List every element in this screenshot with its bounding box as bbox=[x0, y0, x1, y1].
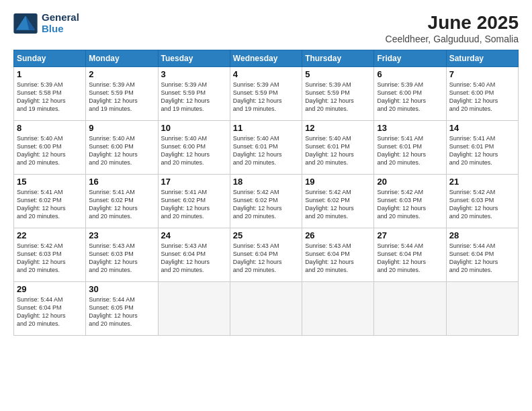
day-info: Sunrise: 5:39 AM Sunset: 5:59 PM Dayligh… bbox=[89, 81, 154, 113]
day-number: 29 bbox=[17, 284, 83, 294]
day-info: Sunrise: 5:39 AM Sunset: 5:58 PM Dayligh… bbox=[17, 81, 83, 113]
day-number: 12 bbox=[305, 123, 371, 133]
calendar-cell: 2Sunrise: 5:39 AM Sunset: 5:59 PM Daylig… bbox=[86, 67, 158, 121]
month-title: June 2025 bbox=[386, 12, 519, 34]
day-info: Sunrise: 5:41 AM Sunset: 6:02 PM Dayligh… bbox=[161, 188, 227, 221]
calendar-cell: 9Sunrise: 5:40 AM Sunset: 6:00 PM Daylig… bbox=[86, 121, 158, 175]
logo-line1: General bbox=[42, 12, 79, 24]
day-info: Sunrise: 5:39 AM Sunset: 5:59 PM Dayligh… bbox=[233, 81, 299, 113]
calendar-cell: 23Sunrise: 5:43 AM Sunset: 6:03 PM Dayli… bbox=[86, 228, 158, 282]
day-number: 16 bbox=[89, 177, 154, 187]
day-info: Sunrise: 5:42 AM Sunset: 6:03 PM Dayligh… bbox=[17, 242, 83, 275]
day-info: Sunrise: 5:41 AM Sunset: 6:01 PM Dayligh… bbox=[449, 134, 515, 167]
day-info: Sunrise: 5:44 AM Sunset: 6:04 PM Dayligh… bbox=[17, 295, 83, 328]
day-number: 25 bbox=[233, 230, 299, 240]
day-number: 8 bbox=[17, 123, 83, 133]
day-info: Sunrise: 5:41 AM Sunset: 6:01 PM Dayligh… bbox=[377, 134, 443, 167]
calendar-cell: 25Sunrise: 5:43 AM Sunset: 6:04 PM Dayli… bbox=[230, 228, 302, 282]
day-number: 17 bbox=[161, 177, 227, 187]
calendar-cell bbox=[230, 282, 302, 336]
day-info: Sunrise: 5:44 AM Sunset: 6:05 PM Dayligh… bbox=[89, 295, 154, 328]
col-thursday: Thursday bbox=[302, 50, 374, 67]
calendar-cell: 30Sunrise: 5:44 AM Sunset: 6:05 PM Dayli… bbox=[86, 282, 158, 336]
day-info: Sunrise: 5:40 AM Sunset: 6:00 PM Dayligh… bbox=[449, 81, 515, 113]
day-info: Sunrise: 5:42 AM Sunset: 6:03 PM Dayligh… bbox=[449, 188, 515, 221]
day-number: 13 bbox=[377, 123, 443, 133]
calendar-cell: 10Sunrise: 5:40 AM Sunset: 6:00 PM Dayli… bbox=[158, 121, 230, 175]
day-info: Sunrise: 5:43 AM Sunset: 6:04 PM Dayligh… bbox=[233, 242, 299, 275]
day-number: 7 bbox=[449, 69, 515, 79]
day-info: Sunrise: 5:40 AM Sunset: 6:00 PM Dayligh… bbox=[17, 134, 83, 167]
calendar-cell: 12Sunrise: 5:40 AM Sunset: 6:01 PM Dayli… bbox=[302, 121, 374, 175]
day-number: 6 bbox=[377, 69, 443, 79]
day-number: 30 bbox=[89, 284, 154, 294]
day-number: 23 bbox=[89, 230, 154, 240]
col-tuesday: Tuesday bbox=[158, 50, 230, 67]
day-number: 21 bbox=[449, 177, 515, 187]
day-info: Sunrise: 5:40 AM Sunset: 6:01 PM Dayligh… bbox=[233, 134, 299, 167]
day-number: 28 bbox=[449, 230, 515, 240]
day-info: Sunrise: 5:42 AM Sunset: 6:03 PM Dayligh… bbox=[377, 188, 443, 221]
col-wednesday: Wednesday bbox=[230, 50, 302, 67]
day-number: 14 bbox=[449, 123, 515, 133]
day-number: 27 bbox=[377, 230, 443, 240]
calendar-week-3: 15Sunrise: 5:41 AM Sunset: 6:02 PM Dayli… bbox=[14, 175, 519, 228]
day-info: Sunrise: 5:40 AM Sunset: 6:00 PM Dayligh… bbox=[89, 134, 154, 167]
calendar-cell: 11Sunrise: 5:40 AM Sunset: 6:01 PM Dayli… bbox=[230, 121, 302, 175]
day-info: Sunrise: 5:39 AM Sunset: 6:00 PM Dayligh… bbox=[377, 81, 443, 113]
calendar-cell: 28Sunrise: 5:44 AM Sunset: 6:04 PM Dayli… bbox=[446, 228, 518, 282]
day-info: Sunrise: 5:43 AM Sunset: 6:03 PM Dayligh… bbox=[89, 242, 154, 275]
day-info: Sunrise: 5:44 AM Sunset: 6:04 PM Dayligh… bbox=[377, 242, 443, 275]
day-number: 2 bbox=[89, 69, 154, 79]
day-info: Sunrise: 5:41 AM Sunset: 6:02 PM Dayligh… bbox=[17, 188, 83, 221]
calendar-cell: 15Sunrise: 5:41 AM Sunset: 6:02 PM Dayli… bbox=[14, 175, 86, 228]
calendar-header-row: Sunday Monday Tuesday Wednesday Thursday… bbox=[14, 50, 519, 67]
calendar: Sunday Monday Tuesday Wednesday Thursday… bbox=[13, 50, 519, 336]
calendar-cell: 4Sunrise: 5:39 AM Sunset: 5:59 PM Daylig… bbox=[230, 67, 302, 121]
calendar-cell: 14Sunrise: 5:41 AM Sunset: 6:01 PM Dayli… bbox=[446, 121, 518, 175]
day-info: Sunrise: 5:44 AM Sunset: 6:04 PM Dayligh… bbox=[449, 242, 515, 275]
calendar-cell: 13Sunrise: 5:41 AM Sunset: 6:01 PM Dayli… bbox=[374, 121, 446, 175]
calendar-cell bbox=[446, 282, 518, 336]
calendar-cell: 24Sunrise: 5:43 AM Sunset: 6:04 PM Dayli… bbox=[158, 228, 230, 282]
calendar-cell: 26Sunrise: 5:43 AM Sunset: 6:04 PM Dayli… bbox=[302, 228, 374, 282]
calendar-cell: 1Sunrise: 5:39 AM Sunset: 5:58 PM Daylig… bbox=[14, 67, 86, 121]
calendar-cell: 8Sunrise: 5:40 AM Sunset: 6:00 PM Daylig… bbox=[14, 121, 86, 175]
day-info: Sunrise: 5:42 AM Sunset: 6:02 PM Dayligh… bbox=[305, 188, 371, 221]
logo-icon bbox=[13, 13, 38, 34]
day-number: 1 bbox=[17, 69, 83, 79]
day-number: 22 bbox=[17, 230, 83, 240]
col-friday: Friday bbox=[374, 50, 446, 67]
day-number: 15 bbox=[17, 177, 83, 187]
logo-text: General Blue bbox=[42, 12, 79, 34]
day-number: 4 bbox=[233, 69, 299, 79]
calendar-cell bbox=[158, 282, 230, 336]
day-info: Sunrise: 5:42 AM Sunset: 6:02 PM Dayligh… bbox=[233, 188, 299, 221]
day-number: 24 bbox=[161, 230, 227, 240]
col-monday: Monday bbox=[86, 50, 158, 67]
calendar-cell: 22Sunrise: 5:42 AM Sunset: 6:03 PM Dayli… bbox=[14, 228, 86, 282]
calendar-cell: 29Sunrise: 5:44 AM Sunset: 6:04 PM Dayli… bbox=[14, 282, 86, 336]
day-number: 3 bbox=[161, 69, 227, 79]
day-number: 10 bbox=[161, 123, 227, 133]
logo: General Blue bbox=[13, 12, 79, 34]
calendar-cell bbox=[374, 282, 446, 336]
calendar-week-5: 29Sunrise: 5:44 AM Sunset: 6:04 PM Dayli… bbox=[14, 282, 519, 336]
day-info: Sunrise: 5:40 AM Sunset: 6:01 PM Dayligh… bbox=[305, 134, 371, 167]
calendar-cell: 3Sunrise: 5:39 AM Sunset: 5:59 PM Daylig… bbox=[158, 67, 230, 121]
day-info: Sunrise: 5:39 AM Sunset: 5:59 PM Dayligh… bbox=[305, 81, 371, 113]
day-number: 19 bbox=[305, 177, 371, 187]
day-number: 20 bbox=[377, 177, 443, 187]
header: General Blue June 2025 Ceeldheer, Galgud… bbox=[13, 12, 519, 44]
day-number: 9 bbox=[89, 123, 154, 133]
calendar-cell: 19Sunrise: 5:42 AM Sunset: 6:02 PM Dayli… bbox=[302, 175, 374, 228]
calendar-cell: 27Sunrise: 5:44 AM Sunset: 6:04 PM Dayli… bbox=[374, 228, 446, 282]
calendar-cell: 7Sunrise: 5:40 AM Sunset: 6:00 PM Daylig… bbox=[446, 67, 518, 121]
day-info: Sunrise: 5:43 AM Sunset: 6:04 PM Dayligh… bbox=[161, 242, 227, 275]
calendar-cell bbox=[302, 282, 374, 336]
calendar-cell: 5Sunrise: 5:39 AM Sunset: 5:59 PM Daylig… bbox=[302, 67, 374, 121]
location-title: Ceeldheer, Galguduud, Somalia bbox=[386, 34, 519, 44]
col-sunday: Sunday bbox=[14, 50, 86, 67]
calendar-week-4: 22Sunrise: 5:42 AM Sunset: 6:03 PM Dayli… bbox=[14, 228, 519, 282]
calendar-week-2: 8Sunrise: 5:40 AM Sunset: 6:00 PM Daylig… bbox=[14, 121, 519, 175]
